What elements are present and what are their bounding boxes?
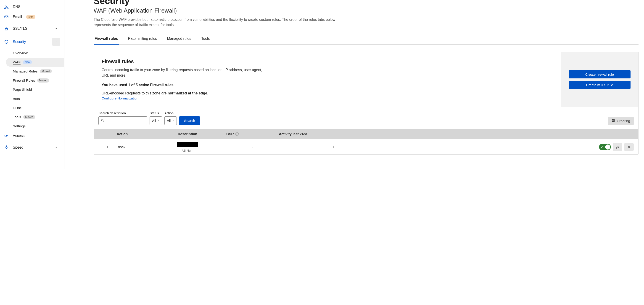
dns-icon (4, 5, 9, 9)
svg-point-6 (102, 119, 104, 121)
th-description: Description (149, 132, 226, 136)
sidebar-label: Access (13, 134, 25, 138)
moved-badge: Moved (40, 69, 52, 73)
search-button[interactable]: Search (179, 116, 200, 125)
new-badge: New (23, 60, 32, 64)
chevron-down-icon[interactable] (52, 144, 60, 151)
ordering-button[interactable]: Ordering (608, 117, 634, 125)
svg-rect-3 (5, 16, 8, 18)
search-input-wrap[interactable] (98, 116, 147, 125)
svg-rect-4 (5, 28, 8, 30)
tab-rate-limiting[interactable]: Rate limiting rules (127, 34, 158, 45)
info-icon[interactable]: i (235, 132, 239, 136)
sidebar-item-ssl-tls[interactable]: SSL/TLS (0, 22, 64, 35)
sidebar: DNS Email Beta SSL/TLS (0, 0, 64, 169)
page-title: Security (94, 0, 638, 6)
action-label: Action (164, 111, 177, 115)
security-subnav: Overview WAF New Managed Rules Moved Fir… (0, 49, 64, 131)
tabs: Firewall rules Rate limiting rules Manag… (94, 34, 638, 45)
page-description: The Cloudflare WAF provides both automat… (94, 17, 350, 28)
row-csr: - (226, 145, 279, 149)
search-label: Search description... (98, 111, 147, 115)
sub-ddos[interactable]: DDoS (6, 103, 64, 113)
sub-settings[interactable]: Settings (6, 122, 64, 131)
sub-managed-rules[interactable]: Managed Rules Moved (6, 67, 64, 76)
email-icon (4, 15, 9, 19)
lock-icon (4, 26, 9, 31)
search-icon (101, 119, 104, 123)
row-action: Block (117, 145, 149, 149)
row-description: AS Num (149, 142, 226, 152)
page-subtitle: WAF (Web Application Firewall) (94, 7, 638, 14)
delete-button[interactable] (624, 143, 634, 151)
moved-badge: Moved (37, 78, 49, 83)
sub-page-shield[interactable]: Page Shield (6, 85, 64, 94)
moved-badge: Moved (23, 115, 35, 119)
svg-rect-0 (6, 5, 7, 6)
th-action: Action (117, 132, 149, 136)
sub-firewall-rules[interactable]: Firewall Rules Moved (6, 76, 64, 85)
sidebar-item-email[interactable]: Email Beta (0, 12, 64, 22)
sub-bots[interactable]: Bots (6, 94, 64, 103)
sidebar-item-security[interactable]: Security (0, 35, 64, 49)
action-select[interactable]: All (164, 116, 177, 125)
wrench-icon (616, 145, 620, 149)
caret-down-icon (172, 120, 174, 122)
main-content: Security WAF (Web Application Firewall) … (64, 0, 644, 169)
tab-firewall-rules[interactable]: Firewall rules (94, 34, 119, 45)
sub-tools[interactable]: Tools Moved (6, 113, 64, 122)
row-activity-value[interactable]: 0 (332, 145, 334, 149)
speed-icon (4, 145, 9, 150)
th-activity: Activity last 24hr (279, 132, 338, 136)
sub-waf[interactable]: WAF New (6, 58, 64, 67)
list-icon (612, 119, 615, 123)
sidebar-item-access[interactable]: Access (0, 131, 64, 141)
shield-icon (4, 40, 9, 44)
create-firewall-rule-button[interactable]: Create firewall rule (569, 70, 630, 78)
status-select[interactable]: All (150, 116, 162, 125)
close-icon (627, 145, 631, 149)
beta-badge: Beta (26, 15, 36, 19)
create-mtls-rule-button[interactable]: Create mTLS rule (569, 81, 630, 89)
sidebar-label: SSL/TLS (13, 27, 28, 31)
sidebar-label: Speed (13, 145, 23, 150)
tab-managed-rules[interactable]: Managed rules (166, 34, 192, 45)
configure-normalization-link[interactable]: Configure Normalization (102, 96, 138, 100)
svg-rect-1 (4, 8, 6, 9)
row-number: 1 (98, 145, 117, 149)
table-row: 1 Block AS Num - 0 ✓ (94, 139, 638, 154)
sidebar-item-speed[interactable]: Speed (0, 141, 64, 154)
row-activity: 0 (279, 145, 338, 149)
panel-title: Firewall rules (102, 59, 553, 65)
sidebar-label: DNS (13, 5, 20, 9)
sidebar-label: Email (13, 15, 22, 19)
check-icon: ✓ (601, 145, 603, 149)
search-input[interactable] (106, 119, 150, 123)
panel-normalization: URL-encoded Requests to this zone are no… (102, 91, 553, 95)
redacted-text (177, 142, 198, 147)
enable-toggle[interactable]: ✓ (599, 144, 611, 150)
row-description-sub: AS Num (149, 149, 226, 152)
chevron-down-icon[interactable] (52, 25, 60, 33)
table-header: Action Description CSR i Activity last 2… (94, 129, 638, 139)
th-csr: CSR i (226, 132, 279, 136)
caret-down-icon (157, 120, 160, 122)
edit-button[interactable] (613, 143, 622, 151)
access-icon (4, 134, 9, 138)
panel-usage: You have used 1 of 5 active Firewall rul… (102, 83, 553, 87)
tab-tools[interactable]: Tools (200, 34, 210, 45)
svg-rect-2 (7, 8, 8, 9)
panel-subtitle: Control incoming traffic to your zone by… (102, 67, 266, 78)
sidebar-label: Security (13, 40, 26, 44)
firewall-panel: Firewall rules Control incoming traffic … (94, 52, 638, 154)
filters-row: Search description... Status All (94, 107, 638, 129)
sidebar-item-dns[interactable]: DNS (0, 2, 64, 12)
sub-overview[interactable]: Overview (6, 49, 64, 58)
chevron-up-icon[interactable] (52, 38, 60, 46)
page-header: Security WAF (Web Application Firewall) … (94, 0, 638, 28)
status-label: Status (150, 111, 162, 115)
